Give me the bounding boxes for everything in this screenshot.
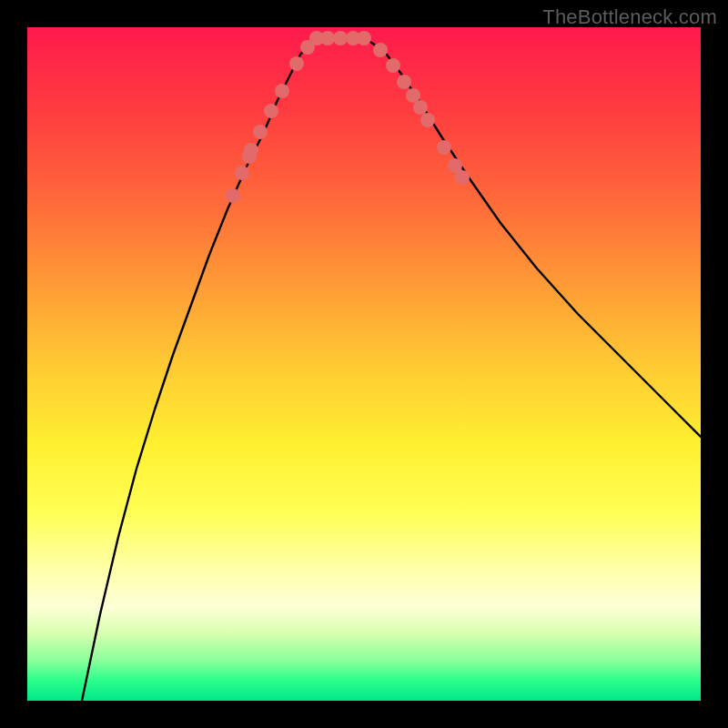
data-marker: [386, 58, 400, 73]
data-marker: [264, 104, 278, 118]
data-marker: [275, 84, 289, 98]
data-marker: [235, 166, 249, 180]
data-marker: [253, 125, 268, 139]
data-marker: [420, 113, 435, 127]
data-marker: [357, 31, 371, 46]
data-marker: [437, 140, 451, 155]
data-marker: [373, 43, 388, 57]
data-marker: [455, 170, 470, 185]
data-marker: [397, 75, 411, 89]
chart-plot-area: [27, 27, 701, 701]
chart-frame: TheBottleneck.com: [0, 0, 728, 728]
data-marker: [244, 143, 258, 157]
data-marker: [333, 31, 348, 46]
watermark-label: TheBottleneck.com: [542, 5, 717, 29]
chart-svg: [27, 27, 701, 701]
bottleneck-curve: [82, 38, 701, 701]
data-marker: [320, 31, 335, 46]
data-marker: [289, 56, 304, 71]
data-marker: [413, 100, 428, 115]
data-marker: [226, 188, 240, 203]
